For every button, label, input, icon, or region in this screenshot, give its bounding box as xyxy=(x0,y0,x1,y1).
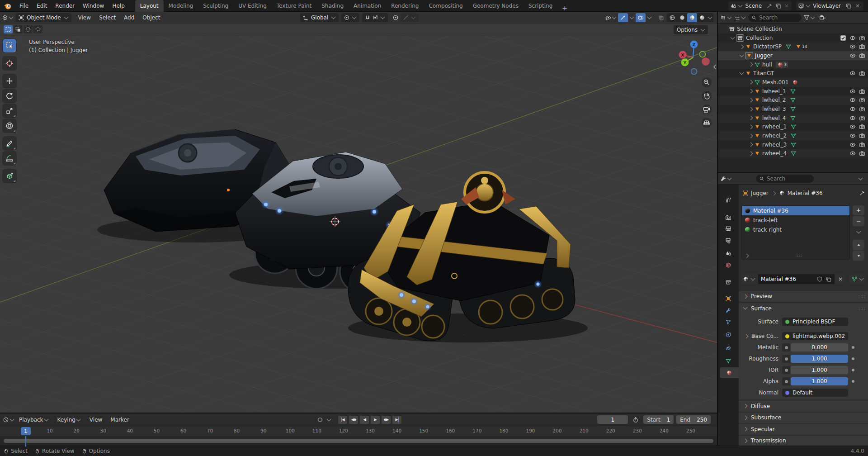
outliner-item-label[interactable]: lwheel_3 xyxy=(762,106,786,112)
outliner-row-rwheel-3[interactable]: rwheel_3 xyxy=(718,140,868,149)
properties-tab-view-layer[interactable] xyxy=(718,235,739,246)
expander-closed-icon[interactable] xyxy=(749,152,753,156)
workspace-tab-geometry-nodes[interactable]: Geometry Nodes xyxy=(468,0,524,12)
scene-name[interactable]: Scene xyxy=(744,3,764,9)
workspace-tab-scripting[interactable]: Scripting xyxy=(524,0,557,12)
outliner-row-jugger[interactable]: Jugger xyxy=(718,51,868,60)
blender-logo-icon[interactable] xyxy=(0,1,15,10)
pin-icon[interactable] xyxy=(765,3,774,9)
move-tool[interactable] xyxy=(3,74,16,88)
breadcrumb-material[interactable]: Material #36 xyxy=(788,190,823,196)
workspace-tab-layout[interactable]: Layout xyxy=(135,0,164,12)
timeline-menu-view[interactable]: View xyxy=(85,414,106,426)
field-value-slider[interactable]: 1.000 xyxy=(791,366,848,374)
view-layer-selector[interactable]: ViewLayer xyxy=(796,1,863,10)
current-frame-field[interactable]: 1 xyxy=(597,415,628,424)
outliner-item-label[interactable]: Mesh.001 xyxy=(762,79,788,86)
panel-diffuse[interactable]: Diffuse xyxy=(739,400,868,412)
outliner-row-lwheel-4[interactable]: lwheel_4 xyxy=(718,114,868,123)
camera-toggle-icon[interactable] xyxy=(859,35,865,41)
eye-toggle-icon[interactable] xyxy=(849,106,856,112)
add-cube-tool[interactable] xyxy=(3,169,16,183)
viewport-3d[interactable]: Object Mode ViewSelectAddObject Global xyxy=(0,12,717,413)
properties-tab-output[interactable] xyxy=(718,223,739,234)
jump-to-end-button[interactable]: ▶| xyxy=(392,416,401,424)
field-value-slider[interactable]: 0.000 xyxy=(791,343,848,352)
animate-decorator-icon[interactable] xyxy=(852,357,854,360)
material-name-field[interactable]: Material #36 xyxy=(758,274,835,284)
expander-open-icon[interactable] xyxy=(740,71,744,75)
properties-tab-particles[interactable] xyxy=(718,317,739,328)
eye-toggle-icon[interactable] xyxy=(849,150,856,157)
gizmo-z-neg-axis[interactable] xyxy=(691,69,697,75)
field-value-slider[interactable]: 1.000 xyxy=(791,355,848,363)
select-mode-box-button[interactable] xyxy=(4,25,13,33)
expander-open-icon[interactable] xyxy=(731,35,735,39)
properties-tab-object-data[interactable] xyxy=(718,356,739,366)
outliner-row-dictatorsp[interactable]: DictatorSP14 xyxy=(718,42,868,51)
properties-tab-constraints[interactable] xyxy=(718,343,739,354)
move-slot-down-button[interactable] xyxy=(853,251,864,261)
camera-view-button[interactable] xyxy=(702,104,712,114)
outliner-display-mode-button[interactable] xyxy=(734,13,746,22)
add-slot-button[interactable] xyxy=(853,205,864,215)
slot-specials-icon[interactable] xyxy=(745,254,749,258)
outliner-item-label[interactable]: hull xyxy=(762,62,772,68)
cursor-tool[interactable] xyxy=(3,57,16,70)
measure-tool[interactable] xyxy=(3,152,16,165)
surface-panel-header[interactable]: Surface ∷∷ xyxy=(739,303,868,314)
frame-end-field[interactable]: End250 xyxy=(676,415,711,424)
remove-view-layer-icon[interactable] xyxy=(854,3,862,9)
shading-dropdown[interactable] xyxy=(708,14,712,19)
scene-selector[interactable]: Scene xyxy=(728,1,792,10)
timeline-menu-playback[interactable]: Playback xyxy=(15,414,53,426)
field-value-button[interactable]: lightmap.webp.002 xyxy=(782,332,848,340)
add-workspace-button[interactable]: + xyxy=(557,5,572,12)
show-gizmos-toggle[interactable] xyxy=(618,13,628,22)
xray-toggle[interactable] xyxy=(656,13,666,22)
expander-closed-icon[interactable] xyxy=(749,133,753,138)
annotate-tool[interactable] xyxy=(3,137,16,150)
animate-decorator-icon[interactable] xyxy=(852,380,854,383)
expander-closed-icon[interactable] xyxy=(749,116,753,120)
editor-type-3d-viewport-button[interactable] xyxy=(2,13,14,22)
slot-menu-button[interactable] xyxy=(853,227,864,237)
panel-drag-grip[interactable]: ∷∷ xyxy=(859,294,865,299)
input-socket-icon[interactable] xyxy=(782,366,790,374)
outliner-row-hull[interactable]: hull3 xyxy=(718,60,868,69)
camera-toggle-icon[interactable] xyxy=(859,142,865,148)
shading-rendered-button[interactable] xyxy=(697,13,707,22)
select-mode-extend-button[interactable] xyxy=(14,25,23,33)
view-layer-name[interactable]: ViewLayer xyxy=(812,3,844,9)
scale-tool[interactable] xyxy=(3,104,16,118)
material-slot-track-left[interactable]: track-left xyxy=(742,215,849,225)
camera-toggle-icon[interactable] xyxy=(859,115,865,121)
breadcrumb-object[interactable]: Jugger xyxy=(751,190,769,196)
transform-orientation-selector[interactable]: Global xyxy=(300,13,339,22)
viewport-canvas[interactable] xyxy=(0,12,717,413)
properties-tab-object[interactable] xyxy=(718,293,739,304)
expand-socket-icon[interactable] xyxy=(744,334,749,338)
expander-closed-icon[interactable] xyxy=(749,89,753,94)
move-slot-up-button[interactable] xyxy=(853,240,864,250)
material-slot-track-right[interactable]: track-right xyxy=(742,225,849,234)
outliner-filter-button[interactable] xyxy=(803,13,816,22)
camera-toggle-icon[interactable] xyxy=(859,43,865,50)
duplicate-scene-icon[interactable] xyxy=(774,3,783,9)
pin-id-icon[interactable] xyxy=(859,190,865,196)
eye-toggle-icon[interactable] xyxy=(849,70,856,76)
timeline-ruler[interactable]: 1 10203040506070809010011012013014015016… xyxy=(0,426,717,436)
outliner-item-label[interactable]: DictatorSP xyxy=(753,43,782,50)
options-button[interactable]: Options xyxy=(674,25,708,34)
menu-help[interactable]: Help xyxy=(108,0,128,12)
outliner-item-label[interactable]: Scene Collection xyxy=(737,26,782,32)
outliner-row-lwheel-1[interactable]: lwheel_1 xyxy=(718,87,868,96)
pivot-point-selector[interactable] xyxy=(341,13,359,22)
node-tree-selector[interactable] xyxy=(849,274,866,284)
timeline-menu-marker[interactable]: Marker xyxy=(106,414,133,426)
expander-closed-icon[interactable] xyxy=(749,80,753,85)
properties-tab-collection[interactable] xyxy=(718,277,739,288)
properties-tab-scene[interactable] xyxy=(718,248,739,259)
input-socket-icon[interactable] xyxy=(782,377,790,385)
select-mode-subtract-button[interactable] xyxy=(24,25,33,33)
